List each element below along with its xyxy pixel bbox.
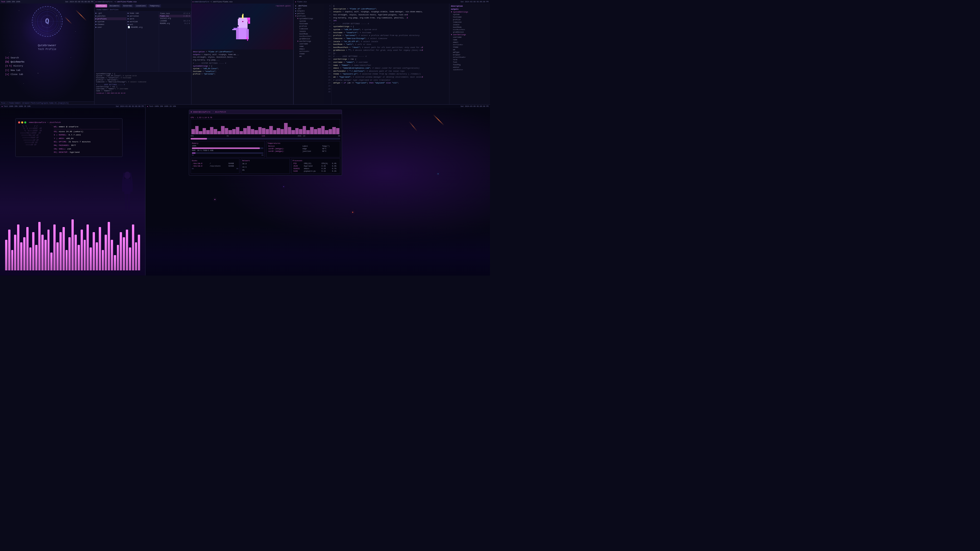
fm-item-flake[interactable]: flake.nix 2.26 K [159, 15, 191, 17]
tree-hostname[interactable]: hostname [298, 22, 324, 25]
tree-bootmountpath[interactable]: bootMountPath [298, 35, 324, 38]
proc-mem-2: 0.7% [331, 167, 339, 170]
tree-user-settings[interactable]: ▼ userSettings [296, 40, 324, 43]
proc-h-mem: 0.4% [331, 162, 339, 165]
cpu-graph-bar-4 [206, 130, 210, 134]
dot-max[interactable] [24, 121, 26, 124]
tree-username[interactable]: username [298, 43, 324, 45]
eq-bar-2 [8, 230, 11, 270]
fm-item[interactable]: README.org 9.2 K [159, 22, 191, 25]
fm-item-name: profiles [97, 18, 107, 20]
light-2 [283, 186, 284, 187]
mem-bar2 [192, 152, 263, 154]
fm-item-profiles[interactable]: ▶ profiles [94, 17, 126, 20]
filemanager: ● emmet@snowfire: ~/.dotfiles/flake.nix … [94, 0, 191, 105]
fm-item[interactable]: ▶ .git [94, 12, 126, 14]
temp-label-1: edge [302, 148, 321, 150]
sm-dot: ● [191, 111, 192, 113]
tree-icon: ▶ [295, 7, 296, 10]
sm-window-title: emmet@snowfire: ~ distfetch [193, 111, 226, 113]
eq-bar-41 [126, 230, 128, 270]
svg-rect-26 [125, 194, 127, 210]
fm-item[interactable]: ▶ wsl [127, 23, 159, 26]
fm-item[interactable]: LICENSE 34.2 K [159, 20, 191, 22]
tree-system[interactable]: system [298, 20, 324, 22]
tree-system-settings[interactable]: ▼ systemSettings [296, 17, 324, 20]
rtree-user-settings: ▼ userSettings [449, 33, 490, 36]
tree-patches[interactable]: ▶ patches [294, 12, 324, 15]
cpu-graph-bar-32 [310, 127, 313, 134]
eq-bar-3 [11, 250, 14, 270]
fm-item[interactable]: install.org [159, 17, 191, 20]
fm-item[interactable]: ▶ personal [127, 14, 159, 17]
cpu-usage-bar-row [191, 138, 340, 140]
fm-tab-dotfiles[interactable]: dotfiles [95, 4, 107, 7]
tree-locale[interactable]: locale [298, 30, 324, 33]
tree-name[interactable]: name [298, 45, 324, 48]
tree-theme[interactable]: theme [298, 52, 324, 55]
fm-item[interactable]: flake.lock 27.5 K [159, 12, 191, 15]
term-prompt-line[interactable]: root@root 7.20K 2024-03-09 16:34 [96, 92, 189, 94]
cpu-time-start: 60s [191, 135, 194, 137]
tree-dotfilesdir[interactable]: dotfilesDir [298, 50, 324, 52]
code-30: wmType = if (wm == "hyprland") then "way… [333, 82, 448, 85]
svg-rect-6 [237, 27, 248, 39]
tree-icon: ▶ [295, 10, 296, 12]
tree-bootmode[interactable]: bootMode [298, 33, 324, 35]
fm-tab-external[interactable]: External [122, 4, 134, 7]
tree-profile[interactable]: profile [298, 25, 324, 27]
dot-min[interactable] [21, 121, 23, 124]
tree-wm[interactable]: wm [298, 55, 324, 58]
memory-box: Memory 100% RAM: 9% 5.76GB/2.0GB [191, 141, 265, 157]
fm-item[interactable]: ▶ work [127, 17, 159, 20]
tree-timezone[interactable]: timezone [298, 27, 324, 30]
cpu-graph-bar-15 [247, 126, 251, 134]
term-output-3: hostname = "snowfire"; # hostname [96, 77, 189, 79]
rtree-profile: profile [452, 18, 490, 21]
fm-item[interactable]: ▶ user [94, 26, 126, 29]
eq-bar-17 [53, 224, 56, 270]
tm-user: emmet@snowfire [194, 1, 209, 3]
fm-tab-temporary[interactable]: Temporary [148, 4, 161, 7]
editor-gutter: 12345 678910 1112131415 1617181920 21222… [324, 3, 332, 105]
fm-item-themes[interactable]: ▶ themes [94, 23, 126, 26]
svg-rect-9 [239, 17, 248, 28]
cpu-graph-bar-24 [280, 129, 284, 134]
tree-label: email [299, 48, 305, 50]
cpu-graph-bar-19 [262, 128, 266, 134]
fm-tab-documents[interactable]: Documents [108, 4, 121, 7]
fm-tab-locations[interactable]: Locations [135, 4, 147, 7]
tree-grubdevice[interactable]: grubDevice [298, 38, 324, 40]
cpu-graph-bar-6 [213, 129, 217, 134]
eq-bar-4 [14, 235, 16, 270]
fm-item[interactable]: ▶ home lab [127, 12, 159, 14]
tree-outputs[interactable]: ▶ outputs [294, 10, 324, 12]
cpu-graph-bar-23 [277, 128, 280, 134]
nf-time: Sat 2024-03-09 05:06:00 PM [116, 105, 144, 107]
folder-icon: ▶ [95, 26, 97, 28]
fm-item[interactable]: ▶ patches [94, 14, 126, 17]
nf-desktop-line: RI| DESKTOP: hyprland [54, 151, 120, 154]
shore-gradient [145, 224, 490, 275]
temp-val-1: 49°C [321, 148, 339, 150]
fm-item[interactable]: 📄 README.org [127, 26, 159, 29]
cpu-graph-bar-38 [332, 127, 336, 134]
proc-title: Processes [293, 160, 339, 162]
fm-item-size: 2.26 K [183, 15, 190, 17]
eq-bar-6 [20, 242, 22, 270]
rtree-username: username [452, 36, 490, 38]
rtree-outputs: outputs [449, 8, 490, 11]
tree-git[interactable]: ▶ .git [294, 7, 324, 10]
eq-bar-9 [29, 248, 32, 270]
dot-close[interactable] [18, 121, 20, 124]
fm-item[interactable]: ▶ system [94, 20, 126, 23]
eq-bar-37 [114, 255, 116, 270]
tree-profiles[interactable]: ▼ profiles [294, 15, 324, 17]
fm-item[interactable]: ▶ worklab [127, 20, 159, 23]
eq-bar-15 [48, 230, 50, 270]
tree-email[interactable]: email [298, 48, 324, 50]
tree-root: ▶ .dotfiles [294, 5, 324, 7]
tree-label: patches [297, 13, 304, 14]
nf-os-line: OS| nixos 24.05 (uakari) [54, 130, 120, 133]
cpu-graph-bar-9 [225, 128, 228, 134]
